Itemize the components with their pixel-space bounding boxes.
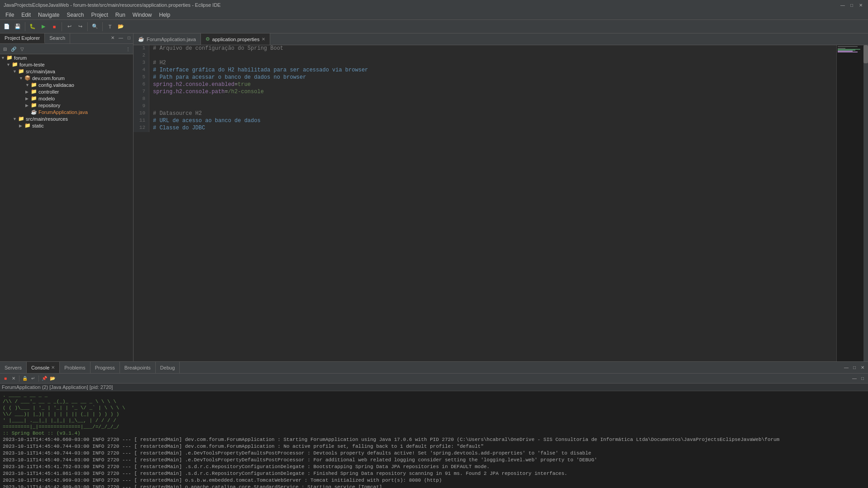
menu-item-edit[interactable]: Edit xyxy=(18,10,34,19)
tree-arrow: ▶ xyxy=(25,103,30,108)
minimize-bottom[interactable]: — xyxy=(843,364,850,371)
collapse-all-button[interactable]: ⊟ xyxy=(1,45,9,53)
redo-button[interactable]: ↪ xyxy=(75,22,85,32)
tree-node-icon: ☕ xyxy=(31,109,37,115)
editor-tab-forumapplication-java[interactable]: ☕ForumApplication.java xyxy=(134,33,201,45)
menu-item-project[interactable]: Project xyxy=(87,10,111,19)
bottom-tab-label: Console xyxy=(31,365,49,370)
minimize-panel-button[interactable]: — xyxy=(117,33,125,42)
view-menu-button[interactable]: ⋮ xyxy=(124,45,132,53)
code-line: 2 xyxy=(134,52,836,60)
link-with-editor-button[interactable]: 🔗 xyxy=(10,45,18,53)
tab-search[interactable]: Search xyxy=(45,33,70,43)
close-button[interactable]: ✕ xyxy=(857,1,864,9)
filter-button[interactable]: ▽ xyxy=(18,45,26,53)
bottom-tab-label: Problems xyxy=(64,365,85,370)
word-wrap-button[interactable]: ↵ xyxy=(29,375,37,382)
open-console-button[interactable]: 📂 xyxy=(49,375,56,382)
tree-node-icon: 📁 xyxy=(18,68,24,74)
console-maximize-button[interactable]: □ xyxy=(859,375,866,382)
open-type-button[interactable]: T xyxy=(105,22,115,32)
editor-scroll[interactable]: 1# Arquivo de configuração do Spring Boo… xyxy=(134,45,836,361)
line-content: # Classe do JDBC xyxy=(149,125,205,132)
ascii-line: /\\ / ___'_ __ _ _(_)_ __ __ _ \ \ \ \ xyxy=(3,398,865,405)
editor-tab-application-properties[interactable]: ⚙application.properties✕ xyxy=(201,33,271,45)
close-bottom[interactable]: ✕ xyxy=(859,364,866,371)
bottom-tab-problems[interactable]: Problems xyxy=(60,362,90,373)
tree-item[interactable]: ☕ForumApplication.java xyxy=(0,109,133,115)
stop-console-button[interactable]: ■ xyxy=(2,375,9,382)
console-output: . ____ _ __ _ _ /\\ / ___'_ __ _ _(_)_ _… xyxy=(0,391,868,488)
maximize-bottom[interactable]: □ xyxy=(851,364,858,371)
tree-item[interactable]: ▼📁src/main/java xyxy=(0,68,133,75)
menu-item-run[interactable]: Run xyxy=(112,10,129,19)
clear-console-button[interactable]: ✕ xyxy=(10,375,17,382)
ascii-line: ' |____| .__|_| |_|_| |_\__, | / / / / xyxy=(3,417,865,424)
tab-file-icon: ⚙ xyxy=(205,36,210,42)
bottom-panel-controls: —□✕ xyxy=(841,364,868,371)
code-line: 11# URL de acesso ao banco de dados xyxy=(134,118,836,125)
save-button[interactable]: 💾 xyxy=(13,22,23,32)
tree-node-icon: 📁 xyxy=(31,102,37,108)
ascii-line: \\/ ___)| |_)| | | | | || (_| | ) ) ) ) xyxy=(3,411,865,417)
code-line: 1# Arquivo de configuração do Spring Boo… xyxy=(134,45,836,52)
tree-item[interactable]: ▼📁config.validacao xyxy=(0,81,133,88)
tree-item[interactable]: ▼📁forum xyxy=(0,54,133,61)
bottom-tab-progress[interactable]: Progress xyxy=(91,362,120,373)
menu-item-help[interactable]: Help xyxy=(156,10,174,19)
new-button[interactable]: 📄 xyxy=(2,22,12,32)
menu-item-search[interactable]: Search xyxy=(63,10,87,19)
bottom-tab-servers[interactable]: Servers xyxy=(0,362,27,373)
log-line: 2023-10-11T14:45:41.752-03:00 INFO 2720 … xyxy=(3,464,865,470)
tree-item[interactable]: ▶📁static xyxy=(0,122,133,129)
menu-item-window[interactable]: Window xyxy=(129,10,156,19)
title-bar: JavaProjectsEclipseJavaWeb - forum-teste… xyxy=(0,0,868,10)
tree-node-label: modelo xyxy=(38,96,55,101)
maximize-panel-button[interactable]: □ xyxy=(125,33,133,42)
open-resource-button[interactable]: 📂 xyxy=(116,22,126,32)
run-button[interactable]: ▶ xyxy=(38,22,48,32)
tab-project-explorer[interactable]: Project Explorer xyxy=(0,33,45,43)
search-button[interactable]: 🔍 xyxy=(90,22,100,32)
line-content: spring.h2.console.path=/h2-console xyxy=(149,89,264,96)
ascii-line: ( ( )\___ | '_ | '_| | '_ \/ _` | \ \ \ … xyxy=(3,405,865,411)
tree-item[interactable]: ▼📁src/main/resources xyxy=(0,115,133,122)
tree-node-label: dev.com.forum xyxy=(32,76,65,81)
bottom-panel: ServersConsole✕ProblemsProgressBreakpoin… xyxy=(0,361,868,488)
tree-item[interactable]: ▶📁modelo xyxy=(0,95,133,102)
bottom-tab-breakpoints[interactable]: Breakpoints xyxy=(120,362,156,373)
menu-item-file[interactable]: File xyxy=(2,10,18,19)
stop-button[interactable]: ■ xyxy=(49,22,59,32)
tab-close-button[interactable]: ✕ xyxy=(262,37,265,42)
bottom-tab-debug[interactable]: Debug xyxy=(156,362,180,373)
close-panel-button[interactable]: ✕ xyxy=(109,33,117,42)
tree-node-label: src/main/java xyxy=(26,69,55,74)
tree-arrow: ▶ xyxy=(19,123,24,128)
minimize-button[interactable]: — xyxy=(839,1,846,9)
bottom-tab-label: Debug xyxy=(160,365,175,370)
line-content: # Datasource H2 xyxy=(149,110,202,118)
line-number: 7 xyxy=(134,89,149,96)
tree-node-icon: 📁 xyxy=(12,62,18,67)
line-number: 12 xyxy=(134,125,149,132)
log-line: 2023-10-11T14:45:40.744-03:00 INFO 2720 … xyxy=(3,450,865,457)
console-minimize-button[interactable]: — xyxy=(851,375,858,382)
console-toolbar-sep2 xyxy=(38,375,39,382)
tree-item[interactable]: ▼📦dev.com.forum xyxy=(0,75,133,81)
tree-item[interactable]: ▼📁forum-teste xyxy=(0,61,133,68)
line-number: 6 xyxy=(134,81,149,89)
debug-button[interactable]: 🐛 xyxy=(28,22,38,32)
bottom-tab-close-button[interactable]: ✕ xyxy=(51,365,55,370)
tree-node-icon: 📁 xyxy=(18,116,24,122)
menu-item-navigate[interactable]: Navigate xyxy=(34,10,63,19)
pin-console-button[interactable]: 📌 xyxy=(41,375,48,382)
tree-item[interactable]: ▶📁controller xyxy=(0,88,133,95)
tree-item[interactable]: ▶📁repository xyxy=(0,102,133,109)
undo-button[interactable]: ↩ xyxy=(64,22,74,32)
tree-node-label: forum xyxy=(14,55,27,61)
scroll-lock-button[interactable]: 🔒 xyxy=(21,375,29,382)
tree-node-icon: 📦 xyxy=(24,75,31,81)
editor-scrollbar[interactable] xyxy=(863,45,868,361)
bottom-tab-console[interactable]: Console✕ xyxy=(27,362,60,373)
maximize-button[interactable]: □ xyxy=(848,1,855,9)
